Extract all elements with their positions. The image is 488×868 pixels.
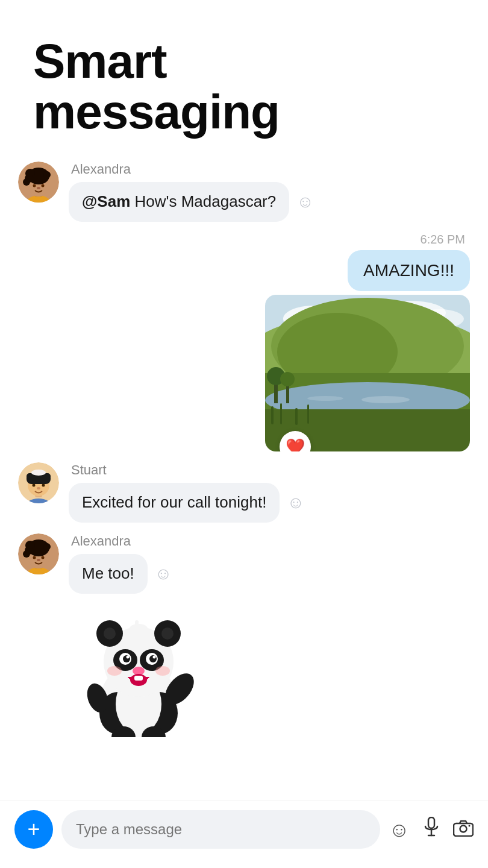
mic-icon[interactable]	[423, 817, 440, 842]
svg-rect-24	[280, 403, 282, 424]
message-row-alexandra-1: Alexandra @Sam How's Madagascar? ☺	[18, 162, 470, 222]
bubble-outgoing-amazing: AMAZING!!!	[348, 250, 470, 291]
mention-sam: @Sam	[82, 192, 130, 210]
svg-point-87	[460, 825, 467, 832]
svg-point-41	[42, 484, 45, 487]
message-input[interactable]	[61, 810, 380, 849]
page-title: Smart messaging	[0, 0, 488, 162]
bubble-row-4: Me too! ☺	[69, 554, 172, 594]
svg-point-53	[42, 556, 45, 559]
outgoing-image-wrap: ❤️	[265, 295, 470, 451]
add-button[interactable]: +	[14, 810, 53, 849]
svg-point-52	[33, 556, 36, 559]
sender-name-stuart: Stuart	[71, 462, 304, 478]
emoji-reaction-4[interactable]: ☺	[155, 564, 172, 583]
svg-point-54	[37, 559, 40, 561]
message-row-stuart: Stuart Excited for our call tonight! ☺	[18, 462, 470, 523]
avatar-stuart	[18, 462, 59, 503]
landscape-image: ❤️	[265, 295, 470, 451]
svg-point-40	[33, 484, 36, 487]
bubble-row-3: Excited for our call tonight! ☺	[69, 483, 304, 523]
svg-rect-83	[428, 817, 434, 828]
svg-point-42	[37, 487, 40, 489]
sender-name-alexandra-2: Alexandra	[71, 533, 172, 549]
plus-icon: +	[27, 819, 40, 840]
svg-point-39	[31, 470, 46, 476]
svg-point-77	[153, 655, 156, 658]
toolbar-icons: ☺	[389, 817, 474, 842]
input-bar: + ☺	[0, 800, 488, 868]
svg-point-82	[155, 666, 170, 676]
svg-point-30	[280, 372, 295, 386]
bubble-row-1: @Sam How's Madagascar? ☺	[69, 182, 314, 222]
svg-point-8	[23, 178, 30, 186]
svg-point-11	[37, 187, 40, 189]
svg-point-66	[104, 627, 116, 640]
message-row-outgoing: 6:26 PM AMAZING!!!	[18, 233, 470, 451]
svg-point-31	[361, 396, 410, 403]
bubble-incoming-1: @Sam How's Madagascar?	[69, 182, 289, 222]
emoji-reaction-1[interactable]: ☺	[296, 192, 314, 212]
bubble-incoming-metoo: Me too!	[69, 554, 148, 594]
chat-area: Alexandra @Sam How's Madagascar? ☺ 6:26 …	[0, 162, 488, 737]
emoji-reaction-3[interactable]: ☺	[287, 493, 304, 512]
svg-point-81	[107, 666, 122, 676]
svg-rect-69	[135, 620, 139, 631]
message-content-alexandra-1: Alexandra @Sam How's Madagascar? ☺	[69, 162, 314, 222]
svg-point-78	[133, 667, 145, 675]
svg-rect-23	[271, 406, 274, 424]
svg-rect-26	[307, 404, 309, 424]
message-content-alexandra-2: Alexandra Me too! ☺	[69, 533, 172, 594]
svg-point-50	[43, 543, 51, 550]
message-row-alexandra-2: Alexandra Me too! ☺	[18, 533, 470, 594]
svg-point-9	[33, 184, 36, 187]
svg-point-76	[127, 655, 130, 658]
svg-point-32	[307, 396, 343, 401]
panda-sticker	[78, 611, 199, 737]
avatar-alexandra	[18, 162, 59, 203]
svg-point-7	[43, 171, 51, 178]
sender-name-alexandra-1: Alexandra	[71, 162, 314, 177]
timestamp: 6:26 PM	[421, 233, 465, 247]
sticker-panda-area	[18, 605, 470, 737]
avatar-alexandra-2	[18, 533, 59, 574]
svg-rect-25	[295, 408, 298, 425]
message-content-stuart: Stuart Excited for our call tonight! ☺	[69, 462, 304, 523]
camera-icon[interactable]	[453, 818, 474, 841]
svg-point-88	[469, 825, 471, 826]
bubble-incoming-stuart: Excited for our call tonight!	[69, 483, 280, 523]
emoji-icon[interactable]: ☺	[389, 818, 410, 841]
svg-rect-80	[134, 676, 143, 681]
svg-point-67	[161, 627, 174, 640]
svg-point-51	[23, 550, 30, 558]
svg-point-10	[42, 184, 45, 187]
